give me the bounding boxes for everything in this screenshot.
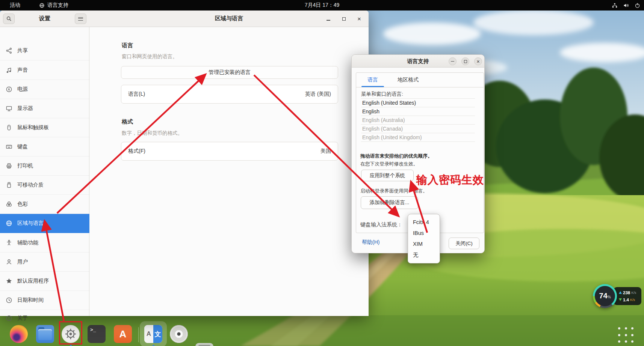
language-row[interactable]: English (Australia) (361, 116, 475, 125)
sidebar-item-label: 色彩 (17, 201, 28, 208)
tab-language[interactable]: 语言 (360, 73, 385, 87)
settings-main-header: 区域与语言 × (89, 11, 369, 27)
sidebar-item-default-apps[interactable]: 默认应用程序 (0, 272, 89, 291)
terminal-prompt-glyph: >_ (90, 327, 96, 333)
format-row-value: 美国 (320, 148, 331, 155)
maximize-icon (464, 60, 467, 63)
settings-sidebar: 设置 共享 声音 电源 (0, 11, 89, 316)
dialog-close-action-button[interactable]: 关闭(C) (449, 238, 479, 249)
mouse-icon (6, 124, 12, 131)
dock-files-icon[interactable] (36, 325, 54, 343)
ime-option-fcitx4[interactable]: Fcitx 4 (408, 217, 440, 228)
power-icon[interactable] (635, 3, 640, 8)
maximize-button[interactable] (340, 15, 348, 23)
dock-settings-icon[interactable] (62, 325, 80, 343)
download-icon (619, 298, 622, 301)
language-row[interactable]: English (United States) (361, 99, 475, 107)
dialog-close-button[interactable]: × (474, 57, 482, 65)
volume-icon[interactable] (623, 3, 629, 8)
network-icon[interactable] (612, 3, 618, 8)
sidebar-item-users[interactable]: 用户 (0, 253, 89, 272)
sidebar-item-region-language[interactable]: 区域与语言 (0, 214, 89, 233)
settings-window: 设置 共享 声音 电源 (0, 11, 369, 316)
sidebar-item-removable-media[interactable]: 可移动介质 (0, 176, 89, 195)
ime-option-none[interactable]: 无 (408, 250, 440, 260)
close-button[interactable]: × (355, 15, 363, 23)
language-section-heading: 语言 (122, 42, 133, 49)
dialog-maximize-button[interactable] (461, 57, 469, 65)
dock-trash-icon[interactable] (195, 343, 213, 346)
download-unit: K/s (630, 298, 635, 302)
gear-icon (63, 326, 78, 341)
sidebar-item-displays[interactable]: 显示器 (0, 99, 89, 118)
cpu-gauge: 74 % (593, 284, 617, 308)
format-section-heading: 格式 (122, 118, 133, 125)
sidebar-item-about[interactable]: 关于 (0, 310, 89, 326)
dialog-minimize-button[interactable] (449, 57, 457, 65)
ime-option-ibus[interactable]: IBus (408, 228, 440, 239)
dock-cd-icon[interactable] (170, 325, 188, 343)
sidebar-item-label: 共享 (17, 47, 28, 54)
language-row[interactable]: English (361, 107, 475, 116)
star-icon (6, 278, 12, 284)
sidebar-item-label: 用户 (17, 259, 28, 265)
app-grid-button[interactable] (618, 327, 635, 344)
sidebar-item-sharing[interactable]: 共享 (0, 41, 89, 60)
dialog-tabbar: 语言 地区格式 (356, 73, 484, 87)
sidebar-item-label: 辅助功能 (17, 239, 38, 246)
sidebar-item-accessibility[interactable]: 辅助功能 (0, 233, 89, 253)
drag-hint: 拖动语言来安排他们的优先顺序。 (360, 153, 432, 159)
clock[interactable]: 7月4日 17：49 (305, 2, 340, 9)
language-priority-list: English (United States) English English … (361, 98, 475, 142)
printer-icon (6, 162, 12, 169)
sidebar-item-label: 打印机 (17, 162, 33, 169)
usb-drive-icon (6, 182, 12, 188)
sidebar-item-label: 显示器 (17, 105, 33, 112)
apply-system-wide-button[interactable]: 应用到整个系统 (361, 170, 414, 181)
sidebar-item-label: 默认应用程序 (17, 278, 49, 284)
language-row[interactable]: English (Canada) (361, 125, 475, 133)
dock-terminal-icon[interactable]: >_ (88, 325, 106, 343)
sidebar-item-power[interactable]: 电源 (0, 80, 89, 99)
primary-menu-button[interactable] (75, 14, 86, 24)
focused-app-menu[interactable]: 语言支持 (39, 2, 68, 9)
close-icon: × (476, 59, 479, 64)
sidebar-item-color[interactable]: 色彩 (0, 195, 89, 214)
minimize-icon (451, 61, 454, 62)
sidebar-item-printers[interactable]: 打印机 (0, 156, 89, 176)
add-remove-languages-button[interactable]: 添加或删除语言... (361, 196, 418, 209)
activities-button[interactable]: 活动 (7, 2, 23, 9)
sidebar-item-label: 电源 (17, 86, 28, 93)
help-button[interactable]: 帮助(H) (362, 239, 379, 246)
top-bar: 活动 语言支持 7月4日 17：49 (0, 0, 644, 11)
dock-firefox-icon[interactable] (10, 325, 28, 343)
format-section-description: 数字，日期和货币的格式。 (122, 130, 183, 137)
hamburger-icon (78, 17, 83, 21)
network-speed-pill: 238 K/s 1.4 K/s (614, 287, 641, 305)
accessibility-icon (6, 239, 12, 246)
sidebar-item-label: 日期和时间 (17, 297, 44, 304)
sidebar-item-datetime[interactable]: 日期和时间 (0, 291, 89, 310)
cjk-glyph: 文 (153, 325, 162, 343)
dialog-titlebar: 语言支持 × (352, 55, 484, 68)
format-row[interactable]: 格式(F) 美国 (121, 142, 338, 161)
sidebar-item-keyboard[interactable]: 键盘 (0, 137, 89, 156)
menu-language-label: 菜单和窗口的语言: (361, 91, 403, 98)
sidebar-item-label: 鼠标和触摸板 (17, 124, 49, 131)
software-letter-glyph: A (119, 328, 127, 340)
power-circle-icon (6, 86, 12, 93)
ime-option-xim[interactable]: XIM (408, 239, 440, 250)
sidebar-item-label: 声音 (17, 67, 28, 74)
users-icon (6, 259, 12, 265)
minimize-button[interactable] (324, 15, 333, 23)
dock-language-selector-icon[interactable]: A 文 (144, 325, 162, 343)
tab-regional-formats[interactable]: 地区格式 (391, 73, 425, 87)
manage-installed-languages-button[interactable]: 管理已安装的语言 (121, 66, 338, 79)
color-icon (6, 201, 12, 208)
maximize-icon (342, 17, 346, 21)
sidebar-item-sound[interactable]: 声音 (0, 61, 89, 80)
dock-software-icon[interactable]: A (114, 325, 132, 343)
sidebar-item-mouse[interactable]: 鼠标和触摸板 (0, 118, 89, 137)
language-row[interactable]: English (United Kingdom) (361, 133, 475, 142)
language-row[interactable]: 语言(L) 英语 (美国) (121, 85, 338, 104)
